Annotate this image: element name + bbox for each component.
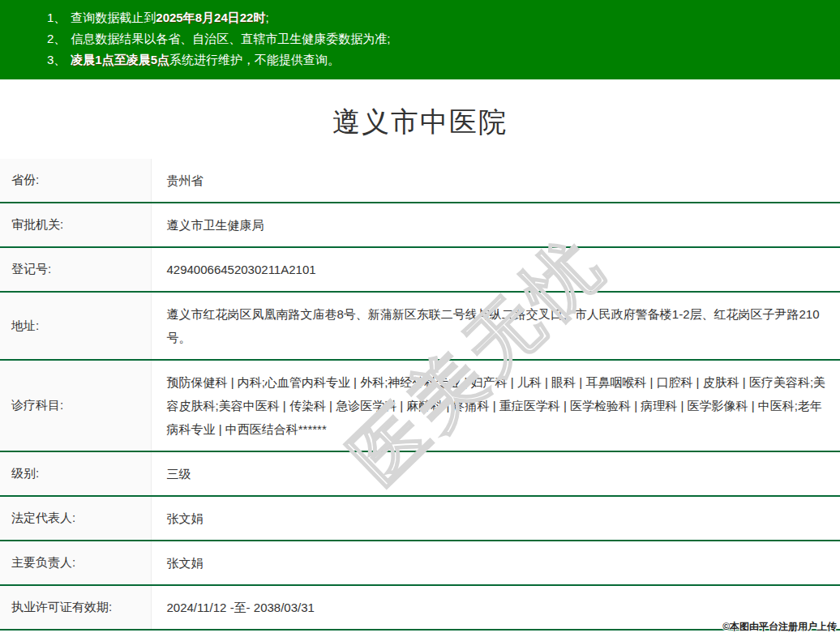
notice-number: 1、 — [47, 11, 66, 24]
row-value: 遵义市卫生健康局 — [151, 203, 840, 247]
row-label: 审批机关: — [0, 203, 151, 247]
row-value: 张文娟 — [151, 496, 840, 541]
row-value: 贵州省 — [151, 159, 840, 203]
row-value: 张文娟 — [151, 541, 840, 585]
table-row-medical-departments: 诊疗科目: 预防保健科 | 内科;心血管内科专业 | 外科;神经外科专业 | 妇… — [0, 360, 840, 451]
row-label: 地址: — [0, 292, 151, 360]
notice-line-1: 1、查询数据截止到2025年8月24日22时; — [47, 7, 824, 28]
row-label: 法定代表人: — [0, 496, 151, 541]
row-label: 级别: — [0, 451, 151, 496]
notice-text: ; — [265, 11, 268, 24]
table-row-legal-representative: 法定代表人: 张文娟 — [0, 496, 840, 541]
notice-highlight: 凌晨1点至凌晨5点 — [71, 53, 169, 66]
table-row-license-validity: 执业许可证有效期: 2024/11/12 -至- 2038/03/31 — [0, 585, 840, 630]
notice-text: 系统进行维护，不能提供查询。 — [169, 53, 340, 66]
notice-number: 2、 — [47, 32, 66, 45]
row-label: 主要负责人: — [0, 541, 151, 585]
notice-highlight: 2025年8月24日22时 — [156, 11, 265, 24]
row-label: 执业许可证有效期: — [0, 585, 151, 630]
notice-text: 信息数据结果以各省、自治区、直辖市卫生健康委数据为准; — [71, 32, 390, 45]
row-value: 预防保健科 | 内科;心血管内科专业 | 外科;神经外科专业 | 妇产科 | 儿… — [151, 360, 840, 451]
row-value: 42940066452030211A2101 — [151, 247, 840, 292]
row-value: 遵义市红花岗区凤凰南路文庙巷8号、新蒲新区东联二号线与纵二路交叉口、市人民政府警… — [151, 292, 840, 360]
notice-text: 查询数据截止到 — [71, 11, 156, 24]
table-row-level: 级别: 三级 — [0, 451, 840, 496]
table-row-approval-authority: 审批机关: 遵义市卫生健康局 — [0, 203, 840, 247]
table-row-province: 省份: 贵州省 — [0, 159, 840, 203]
row-label: 诊疗科目: — [0, 360, 151, 451]
notice-banner: 1、查询数据截止到2025年8月24日22时; 2、信息数据结果以各省、自治区、… — [0, 0, 840, 79]
row-value: 三级 — [151, 451, 840, 496]
hospital-name-title: 遵义市中医院 — [0, 104, 840, 141]
query-result-page: 1、查询数据截止到2025年8月24日22时; 2、信息数据结果以各省、自治区、… — [0, 0, 840, 637]
hospital-details-table: 省份: 贵州省 审批机关: 遵义市卫生健康局 登记号: 429400664520… — [0, 159, 840, 631]
notice-line-3: 3、凌晨1点至凌晨5点系统进行维护，不能提供查询。 — [47, 49, 824, 71]
row-label: 登记号: — [0, 247, 151, 292]
table-row-principal-person: 主要负责人: 张文娟 — [0, 541, 840, 585]
row-label: 省份: — [0, 159, 151, 203]
notice-line-2: 2、信息数据结果以各省、自治区、直辖市卫生健康委数据为准; — [47, 28, 824, 49]
table-row-registration-number: 登记号: 42940066452030211A2101 — [0, 247, 840, 292]
upload-credit-note: ©本图由平台注册用户上传 — [722, 620, 837, 634]
notice-number: 3、 — [47, 53, 66, 66]
table-row-address: 地址: 遵义市红花岗区凤凰南路文庙巷8号、新蒲新区东联二号线与纵二路交叉口、市人… — [0, 292, 840, 360]
